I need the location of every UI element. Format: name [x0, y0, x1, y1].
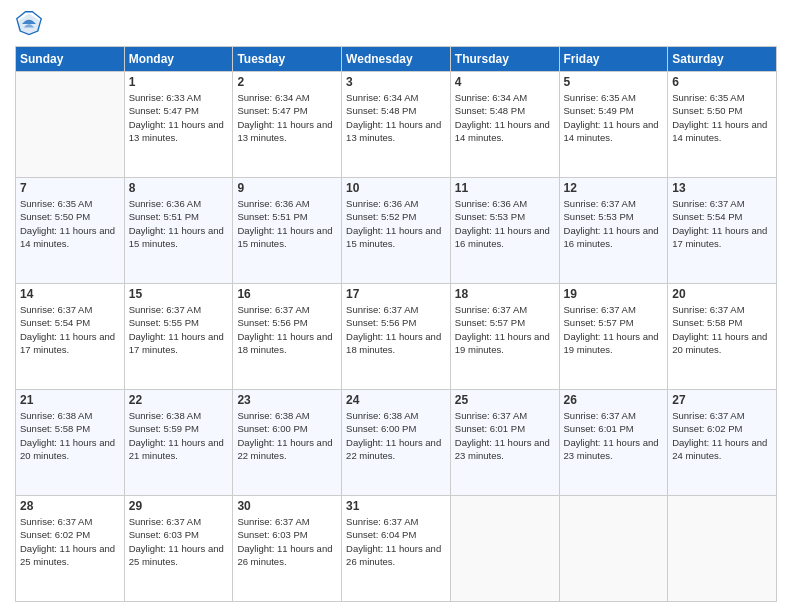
day-number: 18 — [455, 287, 555, 301]
day-info: Sunrise: 6:38 AMSunset: 5:58 PMDaylight:… — [20, 409, 120, 462]
page: SundayMondayTuesdayWednesdayThursdayFrid… — [0, 0, 792, 612]
calendar-cell: 2Sunrise: 6:34 AMSunset: 5:47 PMDaylight… — [233, 72, 342, 178]
day-number: 31 — [346, 499, 446, 513]
calendar-cell: 28Sunrise: 6:37 AMSunset: 6:02 PMDayligh… — [16, 496, 125, 602]
day-info: Sunrise: 6:33 AMSunset: 5:47 PMDaylight:… — [129, 91, 229, 144]
day-info: Sunrise: 6:35 AMSunset: 5:49 PMDaylight:… — [564, 91, 664, 144]
weekday-header-row: SundayMondayTuesdayWednesdayThursdayFrid… — [16, 47, 777, 72]
day-number: 14 — [20, 287, 120, 301]
calendar-cell: 22Sunrise: 6:38 AMSunset: 5:59 PMDayligh… — [124, 390, 233, 496]
day-info: Sunrise: 6:37 AMSunset: 6:01 PMDaylight:… — [564, 409, 664, 462]
day-info: Sunrise: 6:37 AMSunset: 5:58 PMDaylight:… — [672, 303, 772, 356]
day-number: 30 — [237, 499, 337, 513]
day-info: Sunrise: 6:34 AMSunset: 5:48 PMDaylight:… — [346, 91, 446, 144]
calendar-cell — [450, 496, 559, 602]
day-number: 2 — [237, 75, 337, 89]
calendar-cell: 10Sunrise: 6:36 AMSunset: 5:52 PMDayligh… — [342, 178, 451, 284]
weekday-header-tuesday: Tuesday — [233, 47, 342, 72]
calendar-cell — [559, 496, 668, 602]
day-number: 26 — [564, 393, 664, 407]
calendar-cell: 1Sunrise: 6:33 AMSunset: 5:47 PMDaylight… — [124, 72, 233, 178]
calendar-cell: 30Sunrise: 6:37 AMSunset: 6:03 PMDayligh… — [233, 496, 342, 602]
calendar-cell: 16Sunrise: 6:37 AMSunset: 5:56 PMDayligh… — [233, 284, 342, 390]
day-number: 29 — [129, 499, 229, 513]
weekday-header-wednesday: Wednesday — [342, 47, 451, 72]
day-info: Sunrise: 6:37 AMSunset: 6:02 PMDaylight:… — [20, 515, 120, 568]
calendar-week-1: 1Sunrise: 6:33 AMSunset: 5:47 PMDaylight… — [16, 72, 777, 178]
calendar-cell: 26Sunrise: 6:37 AMSunset: 6:01 PMDayligh… — [559, 390, 668, 496]
day-info: Sunrise: 6:35 AMSunset: 5:50 PMDaylight:… — [672, 91, 772, 144]
day-info: Sunrise: 6:38 AMSunset: 5:59 PMDaylight:… — [129, 409, 229, 462]
logo-icon — [15, 10, 43, 38]
calendar-cell: 14Sunrise: 6:37 AMSunset: 5:54 PMDayligh… — [16, 284, 125, 390]
calendar-cell — [16, 72, 125, 178]
day-number: 21 — [20, 393, 120, 407]
day-number: 16 — [237, 287, 337, 301]
calendar-cell: 5Sunrise: 6:35 AMSunset: 5:49 PMDaylight… — [559, 72, 668, 178]
calendar-cell: 13Sunrise: 6:37 AMSunset: 5:54 PMDayligh… — [668, 178, 777, 284]
day-info: Sunrise: 6:35 AMSunset: 5:50 PMDaylight:… — [20, 197, 120, 250]
weekday-header-sunday: Sunday — [16, 47, 125, 72]
calendar-cell: 31Sunrise: 6:37 AMSunset: 6:04 PMDayligh… — [342, 496, 451, 602]
calendar-cell: 27Sunrise: 6:37 AMSunset: 6:02 PMDayligh… — [668, 390, 777, 496]
day-info: Sunrise: 6:36 AMSunset: 5:51 PMDaylight:… — [129, 197, 229, 250]
calendar-week-3: 14Sunrise: 6:37 AMSunset: 5:54 PMDayligh… — [16, 284, 777, 390]
day-info: Sunrise: 6:37 AMSunset: 5:54 PMDaylight:… — [20, 303, 120, 356]
day-number: 20 — [672, 287, 772, 301]
day-info: Sunrise: 6:37 AMSunset: 6:03 PMDaylight:… — [237, 515, 337, 568]
day-number: 4 — [455, 75, 555, 89]
calendar-cell: 18Sunrise: 6:37 AMSunset: 5:57 PMDayligh… — [450, 284, 559, 390]
day-number: 28 — [20, 499, 120, 513]
day-number: 24 — [346, 393, 446, 407]
day-number: 13 — [672, 181, 772, 195]
calendar-cell: 7Sunrise: 6:35 AMSunset: 5:50 PMDaylight… — [16, 178, 125, 284]
day-info: Sunrise: 6:37 AMSunset: 5:55 PMDaylight:… — [129, 303, 229, 356]
day-info: Sunrise: 6:37 AMSunset: 5:53 PMDaylight:… — [564, 197, 664, 250]
day-number: 23 — [237, 393, 337, 407]
calendar-cell: 15Sunrise: 6:37 AMSunset: 5:55 PMDayligh… — [124, 284, 233, 390]
calendar-cell: 11Sunrise: 6:36 AMSunset: 5:53 PMDayligh… — [450, 178, 559, 284]
calendar-cell: 21Sunrise: 6:38 AMSunset: 5:58 PMDayligh… — [16, 390, 125, 496]
day-info: Sunrise: 6:37 AMSunset: 6:03 PMDaylight:… — [129, 515, 229, 568]
calendar-cell: 9Sunrise: 6:36 AMSunset: 5:51 PMDaylight… — [233, 178, 342, 284]
day-info: Sunrise: 6:36 AMSunset: 5:53 PMDaylight:… — [455, 197, 555, 250]
calendar-cell: 17Sunrise: 6:37 AMSunset: 5:56 PMDayligh… — [342, 284, 451, 390]
day-info: Sunrise: 6:37 AMSunset: 5:56 PMDaylight:… — [237, 303, 337, 356]
day-number: 19 — [564, 287, 664, 301]
day-number: 22 — [129, 393, 229, 407]
calendar-cell: 4Sunrise: 6:34 AMSunset: 5:48 PMDaylight… — [450, 72, 559, 178]
day-info: Sunrise: 6:38 AMSunset: 6:00 PMDaylight:… — [237, 409, 337, 462]
day-number: 17 — [346, 287, 446, 301]
day-info: Sunrise: 6:34 AMSunset: 5:48 PMDaylight:… — [455, 91, 555, 144]
day-info: Sunrise: 6:37 AMSunset: 5:54 PMDaylight:… — [672, 197, 772, 250]
calendar-cell: 25Sunrise: 6:37 AMSunset: 6:01 PMDayligh… — [450, 390, 559, 496]
day-info: Sunrise: 6:37 AMSunset: 6:04 PMDaylight:… — [346, 515, 446, 568]
day-info: Sunrise: 6:38 AMSunset: 6:00 PMDaylight:… — [346, 409, 446, 462]
calendar-cell: 24Sunrise: 6:38 AMSunset: 6:00 PMDayligh… — [342, 390, 451, 496]
calendar-week-4: 21Sunrise: 6:38 AMSunset: 5:58 PMDayligh… — [16, 390, 777, 496]
day-number: 3 — [346, 75, 446, 89]
day-number: 12 — [564, 181, 664, 195]
calendar-week-5: 28Sunrise: 6:37 AMSunset: 6:02 PMDayligh… — [16, 496, 777, 602]
calendar-week-2: 7Sunrise: 6:35 AMSunset: 5:50 PMDaylight… — [16, 178, 777, 284]
weekday-header-friday: Friday — [559, 47, 668, 72]
day-number: 7 — [20, 181, 120, 195]
day-number: 5 — [564, 75, 664, 89]
header — [15, 10, 777, 38]
calendar-cell — [668, 496, 777, 602]
day-number: 15 — [129, 287, 229, 301]
day-info: Sunrise: 6:37 AMSunset: 6:02 PMDaylight:… — [672, 409, 772, 462]
day-info: Sunrise: 6:37 AMSunset: 6:01 PMDaylight:… — [455, 409, 555, 462]
logo — [15, 10, 47, 38]
calendar-cell: 6Sunrise: 6:35 AMSunset: 5:50 PMDaylight… — [668, 72, 777, 178]
day-number: 9 — [237, 181, 337, 195]
weekday-header-monday: Monday — [124, 47, 233, 72]
calendar-cell: 19Sunrise: 6:37 AMSunset: 5:57 PMDayligh… — [559, 284, 668, 390]
calendar-cell: 3Sunrise: 6:34 AMSunset: 5:48 PMDaylight… — [342, 72, 451, 178]
day-info: Sunrise: 6:37 AMSunset: 5:57 PMDaylight:… — [455, 303, 555, 356]
calendar-table: SundayMondayTuesdayWednesdayThursdayFrid… — [15, 46, 777, 602]
day-number: 11 — [455, 181, 555, 195]
day-number: 10 — [346, 181, 446, 195]
day-info: Sunrise: 6:36 AMSunset: 5:52 PMDaylight:… — [346, 197, 446, 250]
day-number: 25 — [455, 393, 555, 407]
